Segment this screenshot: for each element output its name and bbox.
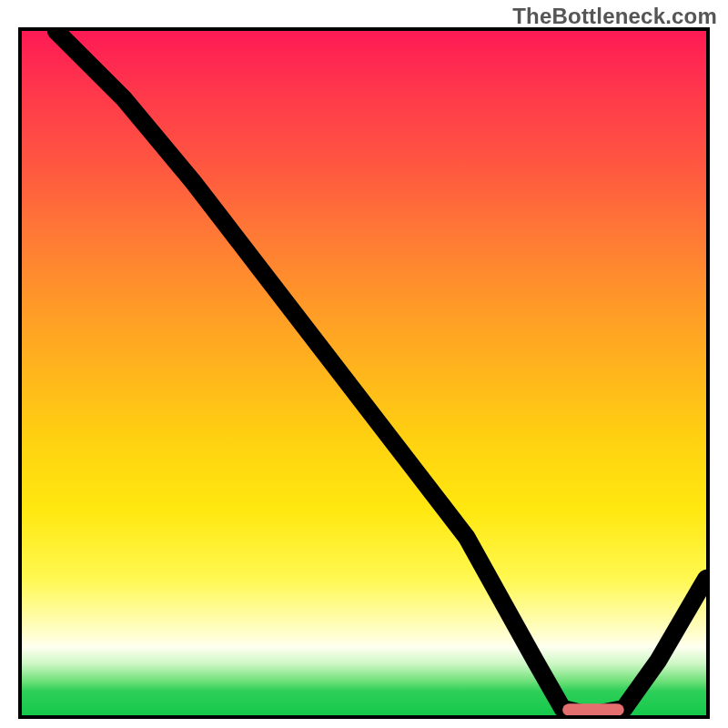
curve-layer — [22, 31, 706, 715]
optimal-range-marker — [562, 703, 624, 715]
watermark-text: TheBottleneck.com — [512, 4, 717, 29]
chart-container: TheBottleneck.com — [0, 0, 728, 728]
bottleneck-curve-line — [56, 31, 706, 715]
plot-area — [18, 27, 710, 719]
